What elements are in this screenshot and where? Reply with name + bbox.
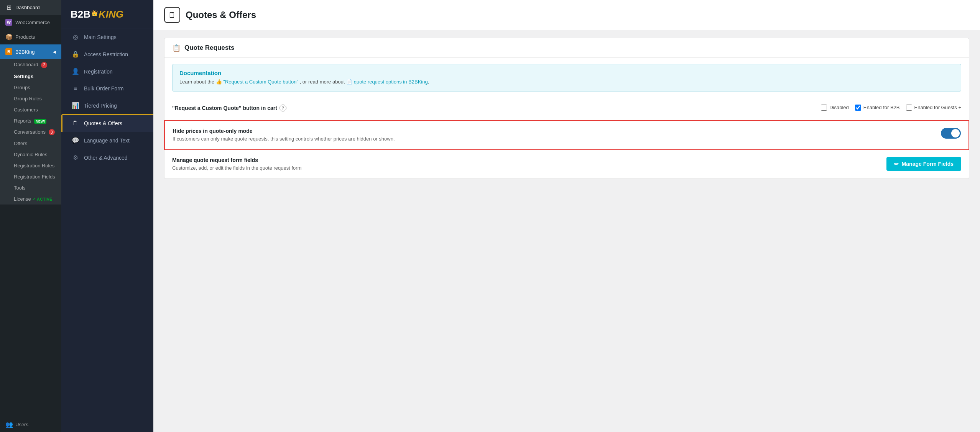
b2bking-icon: B — [5, 48, 12, 55]
submenu-reports[interactable]: Reports NEW! — [0, 115, 61, 126]
checkbox-enabled-b2b-label: Enabled for B2B — [863, 105, 900, 110]
main-settings-icon: ◎ — [72, 33, 79, 41]
sidebar-item-woocommerce[interactable]: W WooCommerce — [0, 15, 61, 29]
submenu-dynamic-rules[interactable]: Dynamic Rules — [0, 149, 61, 160]
checkbox-enabled-b2b-input[interactable] — [855, 105, 861, 111]
woocommerce-icon: W — [5, 19, 12, 26]
sidebar-item-users[interactable]: 👥 Users — [0, 417, 61, 432]
setting-row-quote-button: "Request a Custom Quote" button in cart … — [164, 98, 969, 120]
nav-main-settings[interactable]: ◎ Main Settings — [61, 28, 153, 46]
license-active-label: ✓ ACTIVE — [32, 197, 52, 201]
doc-link1[interactable]: "Request a Custom Quote button" — [223, 79, 298, 85]
registration-icon: 👤 — [72, 68, 79, 75]
toggle-hide-prices[interactable] — [941, 128, 961, 139]
setting-label-quote-button: "Request a Custom Quote" button in cart … — [172, 105, 813, 111]
nav-bulk-order-form[interactable]: ≡ Bulk Order Form — [61, 80, 153, 97]
submenu-license[interactable]: License ✓ ACTIVE — [0, 193, 61, 205]
nav-other-advanced[interactable]: ⚙ Other & Advanced — [61, 149, 153, 166]
main-content: 🗒 Quotes & Offers 📋 Quote Requests Docum… — [153, 0, 980, 432]
quote-requests-icon: 📋 — [172, 44, 181, 52]
sidebar-item-b2bking[interactable]: B B2BKing ◀ — [0, 44, 61, 59]
logo-b2b: B2B — [71, 8, 90, 20]
submenu-registration-fields[interactable]: Registration Fields — [0, 171, 61, 182]
submenu-dashboard[interactable]: Dashboard 2 — [0, 59, 61, 71]
logo-king: KING — [99, 8, 123, 20]
sidebar-item-dashboard[interactable]: ⊞ Dashboard — [0, 0, 61, 15]
question-icon-quote-button[interactable]: ? — [280, 105, 286, 111]
documentation-box: Documentation Learn about the 👍 "Request… — [172, 64, 961, 92]
setting-desc-manage-form-fields: Customize, add, or edit the fields in th… — [172, 165, 879, 172]
submenu-group-rules[interactable]: Group Rules — [0, 93, 61, 104]
manage-form-fields-icon: ✏ — [894, 161, 899, 167]
setting-label-hide-prices: Hide prices in quote-only mode — [173, 128, 933, 134]
doc-link1-icon: 👍 — [216, 79, 222, 85]
quote-requests-header: 📋 Quote Requests — [164, 38, 969, 58]
manage-form-fields-button[interactable]: ✏ Manage Form Fields — [886, 157, 961, 171]
reports-new-badge: NEW! — [34, 119, 46, 124]
setting-controls-quote-button: Disabled Enabled for B2B Enabled for Gue… — [821, 105, 961, 111]
checkbox-enabled-guests-label: Enabled for Guests + — [914, 105, 962, 110]
checkbox-disabled-input[interactable] — [821, 105, 827, 111]
b2bking-submenu: Dashboard 2 Settings Groups Group Rules … — [0, 59, 61, 205]
checkbox-disabled-label: Disabled — [829, 105, 849, 110]
submenu-settings[interactable]: Settings — [0, 71, 61, 82]
submenu-tools[interactable]: Tools — [0, 182, 61, 193]
checkbox-disabled: Disabled — [821, 105, 849, 111]
checkbox-enabled-guests-input[interactable] — [906, 105, 912, 111]
submenu-groups[interactable]: Groups — [0, 82, 61, 93]
setting-info-hide-prices: Hide prices in quote-only mode If custom… — [173, 128, 933, 142]
checkbox-enabled-b2b: Enabled for B2B — [855, 105, 900, 111]
toggle-slider — [941, 128, 961, 139]
submenu-registration-roles[interactable]: Registration Roles — [0, 160, 61, 171]
doc-link2-icon: 📄 — [346, 79, 352, 85]
setting-controls-hide-prices — [941, 128, 961, 139]
other-advanced-icon: ⚙ — [72, 154, 79, 161]
page-header: 🗒 Quotes & Offers — [153, 0, 980, 30]
setting-label-manage-form-fields: Manage quote request form fields — [172, 157, 879, 163]
wp-admin-sidebar: ⊞ Dashboard W WooCommerce 📦 Products B B… — [0, 0, 61, 432]
setting-row-manage-form-fields: Manage quote request form fields Customi… — [164, 150, 969, 178]
setting-desc-hide-prices: If customers can only make quote request… — [173, 136, 933, 142]
nav-registration[interactable]: 👤 Registration — [61, 63, 153, 80]
collapse-arrow-icon: ◀ — [53, 50, 56, 54]
plugin-logo: B2B 👑 KING — [61, 0, 153, 28]
quote-requests-card: 📋 Quote Requests Documentation Learn abo… — [164, 38, 969, 179]
nav-access-restriction[interactable]: 🔒 Access Restriction — [61, 46, 153, 63]
checkbox-enabled-guests: Enabled for Guests + — [906, 105, 962, 111]
users-icon: 👥 — [5, 421, 12, 428]
sidebar-item-products[interactable]: 📦 Products — [0, 29, 61, 44]
plugin-sidebar: B2B 👑 KING ◎ Main Settings 🔒 Access Rest… — [61, 0, 153, 432]
doc-title: Documentation — [179, 70, 954, 76]
dashboard-icon: ⊞ — [5, 4, 12, 11]
setting-info-quote-button: "Request a Custom Quote" button in cart … — [172, 105, 813, 113]
nav-language-text[interactable]: 💬 Language and Text — [61, 132, 153, 149]
content-area: 📋 Quote Requests Documentation Learn abo… — [153, 30, 980, 187]
page-title: Quotes & Offers — [186, 10, 256, 20]
page-header-icon: 🗒 — [164, 7, 180, 23]
tiered-pricing-icon: 📊 — [72, 102, 79, 109]
dashboard-badge: 2 — [41, 62, 47, 68]
doc-link2[interactable]: quote request options in B2BKing — [354, 79, 428, 85]
logo-crown-icon: 👑 — [91, 10, 98, 16]
manage-form-fields-label: Manage Form Fields — [902, 161, 954, 167]
products-icon: 📦 — [5, 33, 12, 41]
setting-controls-manage-form-fields: ✏ Manage Form Fields — [886, 157, 961, 171]
nav-tiered-pricing[interactable]: 📊 Tiered Pricing — [61, 97, 153, 115]
nav-quotes-offers[interactable]: 🗒 Quotes & Offers — [61, 115, 153, 132]
bulk-order-icon: ≡ — [72, 85, 79, 92]
setting-info-manage-form-fields: Manage quote request form fields Customi… — [172, 157, 879, 172]
quotes-offers-icon: 🗒 — [72, 120, 79, 127]
access-restriction-icon: 🔒 — [72, 51, 79, 58]
language-text-icon: 💬 — [72, 137, 79, 144]
doc-text: Learn about the 👍 "Request a Custom Quot… — [179, 78, 954, 86]
submenu-conversations[interactable]: Conversations 3 — [0, 126, 61, 138]
submenu-customers[interactable]: Customers — [0, 104, 61, 115]
submenu-offers[interactable]: Offers — [0, 138, 61, 149]
conversations-badge: 3 — [49, 129, 55, 135]
setting-row-hide-prices: Hide prices in quote-only mode If custom… — [164, 120, 969, 150]
